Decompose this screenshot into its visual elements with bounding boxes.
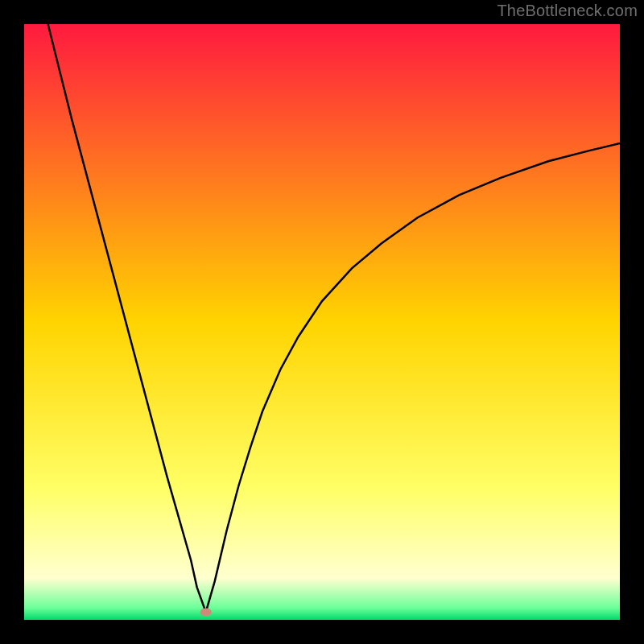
watermark-text: TheBottleneck.com — [497, 2, 638, 20]
optimal-point-marker — [200, 608, 212, 616]
plot-area — [24, 24, 620, 620]
chart-frame: TheBottleneck.com — [0, 0, 644, 644]
gradient-background — [24, 24, 620, 620]
chart-svg — [24, 24, 620, 620]
